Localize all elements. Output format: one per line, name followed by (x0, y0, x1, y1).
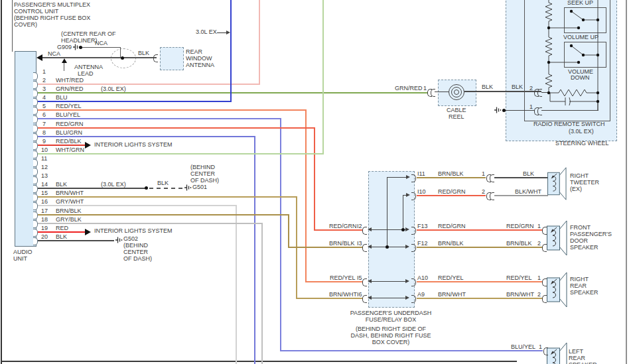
pin-wire-label: RED (56, 225, 68, 231)
wire-label: BRN/WHT (438, 291, 466, 298)
wire-blu (38, 101, 232, 102)
wire-label: BRN/BLK (506, 240, 532, 247)
speaker-connector-bracket (542, 244, 547, 252)
left-rear-speaker-icon (547, 341, 568, 364)
connector-pin-number: 1 (537, 223, 541, 229)
antenna-lead-pointer-line (64, 62, 64, 71)
fuse-branch-line (387, 178, 387, 247)
switch-pin1-bracket (537, 107, 542, 115)
steering-ground-dot (502, 109, 506, 112)
wire-brn-blk (417, 247, 543, 248)
pin-wire-label: RED/BLK (56, 138, 82, 145)
wire-blu-grn (254, 136, 255, 364)
g501-note-line3: OF DASH) (190, 177, 219, 184)
nca-upper-label: NCA (95, 40, 107, 46)
fuse-left-pin-label: I6 (357, 291, 362, 298)
pin-wire-label: WHT/GRN (56, 147, 84, 153)
connector-pin-number: 1 (482, 170, 485, 177)
wire-blk (494, 177, 548, 178)
front-passenger-door-speaker-icon (547, 219, 568, 257)
ex-tag-arrow-line (217, 32, 226, 33)
bottom-cut-wire (1, 361, 517, 362)
fuse-left-wire-label: BRN/WHT (329, 291, 357, 298)
fuse-left-bracket (362, 278, 367, 286)
fuse-pin-label: I10 (417, 188, 426, 195)
right-tweeter-label2: TWEETER (570, 179, 599, 186)
ex-tag: 3.0L EX (196, 29, 217, 35)
fuse-left-wire-label: BRN/BLK (329, 240, 355, 247)
fuse-arrowhead (405, 227, 409, 231)
wire-red-blk (38, 145, 86, 146)
volume-up-label: VOLUME UP (563, 34, 598, 40)
pin-bump-12 (33, 168, 38, 176)
speaker-connector-bracket (543, 347, 548, 355)
left-rear-speaker-label3: SPEAKER (569, 361, 597, 364)
right-rear-speaker-label3: SPEAKER (570, 289, 598, 296)
pin-wire-label: BRN/BLK (56, 208, 82, 214)
pin-wire-label: BLU/GRN (56, 129, 82, 136)
radio-remote-switch-subtitle: (3.0L EX) (569, 128, 594, 135)
wire-wht-grn (38, 153, 324, 154)
audio-unit-label1: AUDIO (13, 249, 33, 255)
pin-bump-4 (33, 98, 38, 106)
pin-number: 5 (42, 103, 46, 109)
audio-unit-label2: UNIT (13, 255, 27, 262)
antenna-connector-bracket (153, 54, 158, 62)
right-tweeter-label3: (EX) (570, 186, 582, 192)
pin-bump-2 (33, 81, 38, 89)
pin-bump-8 (33, 133, 38, 141)
left-rear-speaker-label2: REAR (569, 355, 585, 361)
pin-number: 6 (42, 111, 46, 118)
fuse-branch-line (403, 196, 403, 230)
interior-lights-arrow (85, 142, 91, 149)
wire-red-yel (305, 109, 307, 282)
fuse-arrowhead (406, 193, 410, 197)
multiplex-note-line4: COVER) (14, 21, 37, 28)
antenna-lead-arrowhead (36, 54, 42, 61)
pin-number: 12 (41, 164, 48, 170)
wire-wht-grn (322, 0, 324, 154)
wire-blu-yel (38, 118, 281, 119)
wire-blu-yel (280, 350, 543, 351)
g909-junction-dot (79, 46, 82, 49)
wire-blk-dashed (149, 188, 182, 189)
pin-number: 20 (41, 233, 48, 240)
pin-number: 1 (42, 68, 46, 75)
cable-reel-spiral-icon (446, 82, 467, 103)
pin-wire-label: BLU (56, 94, 68, 101)
pin-bump-3 (33, 90, 38, 97)
fuse-pin-label: F13 (417, 223, 428, 229)
rear-window-antenna-label2: WINDOW (186, 55, 212, 62)
pin-number: 7 (42, 121, 46, 127)
wire-red-yel (38, 109, 307, 111)
pin-number: 9 (42, 138, 46, 145)
pin-bump-14 (33, 185, 38, 193)
wire-blu (230, 0, 232, 101)
door-speaker-label3: DOOR (570, 237, 588, 244)
pin-wire-label: GRY/WHT (56, 198, 84, 205)
fuse-branch-line (387, 177, 407, 178)
g502-note-line1: (BEHIND (123, 242, 148, 249)
pin-bump-9 (33, 142, 38, 150)
fuse-caption-line4: DASH, BEHIND RIGHT FUSE (334, 332, 448, 339)
fuse-right-bracket (411, 295, 416, 303)
pin-bump-6 (33, 115, 38, 123)
left-rear-speaker-label1: LEFT (569, 348, 583, 355)
pin-bump-7 (33, 125, 38, 133)
wire-label: BLU/YEL (511, 343, 535, 350)
wire-brn-blk (288, 214, 289, 248)
wire-gry-blk (38, 223, 263, 224)
antenna-lead-pointer-arrow (62, 58, 67, 63)
multiplex-note-line2: CONTROL UNIT (14, 8, 58, 15)
resistor-horizontal (549, 90, 598, 96)
multiplex-note-line1: PASSENGER'S MULTIPLEX (14, 1, 90, 8)
fuse-caption-line1: PASSENGER'S UNDERDASH (334, 310, 448, 316)
fuse-left-wire-label: RED/YEL (330, 274, 356, 281)
wire-brn-blk (288, 247, 362, 248)
pin-wire-label: BRN/WHT (56, 190, 84, 196)
g909-nca-wire (80, 47, 121, 48)
rear-window-antenna-box (160, 47, 184, 70)
fuse-relay-box (368, 171, 415, 308)
pin-bump-17 (33, 212, 38, 219)
ex-tag-arrowhead (226, 30, 230, 34)
